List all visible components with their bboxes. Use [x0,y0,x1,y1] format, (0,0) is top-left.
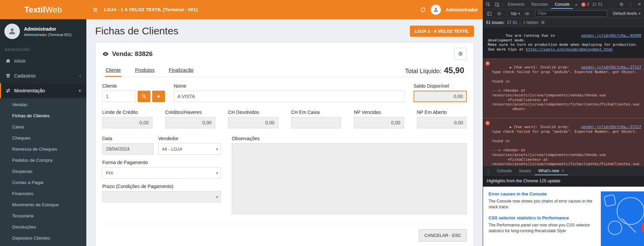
store-button[interactable]: LOJA 1 - A VELOZ TEXTIL [410,26,474,37]
inspect-element-icon[interactable] [484,0,493,9]
home-icon [5,58,11,64]
chevron-down-icon: ▾ [216,147,218,151]
sidebar-subitem-depositos-clientes[interactable]: Depósitos Clientes [0,233,86,244]
expand-triangle-icon[interactable]: ▶ [510,66,511,69]
sidebar-subitem-vendas[interactable]: Vendas [0,99,86,110]
console-toolbar: ⊘ top ▾ Default levels ▾ [483,9,644,18]
sidebar-subitem-fichas-de-clientes[interactable]: Fichas de Clientes [0,110,86,121]
issues-settings-gear-icon[interactable]: ⚙ [541,20,545,25]
ch-em-caixa-input[interactable] [291,117,341,128]
devtools-tab-elements[interactable]: Elements [504,0,528,9]
creditos-haveres-input[interactable] [165,117,216,128]
sidebar-subitem-caixa[interactable]: Caixa [0,121,86,132]
app-logo[interactable]: TextilWeb [0,0,86,19]
more-tabs-icon[interactable]: » [573,2,579,7]
prazo-label: Prazo (Condições de Pagamento) [102,184,221,189]
whats-new-item-title[interactable]: Error causes in the Console [488,191,602,196]
card-settings-gear-icon[interactable]: ⚙ [454,48,467,60]
devtools-kebab-menu-icon[interactable]: ⋮ [626,2,636,7]
console-sidebar-icon[interactable] [485,9,494,18]
data-input[interactable] [102,143,153,155]
devtools-tab-recorder[interactable]: Recorder [528,0,551,9]
issues-count-link[interactable]: 51 [507,20,517,25]
sidebar-item-inicio[interactable]: Início [0,54,86,68]
topbar: ≡ LOJA - 1 A VELOZ TEXTIL [Terminal - 00… [86,0,483,19]
limite-credito-field-group: Limite de Crédito [102,110,152,128]
card-header: Venda: 83826 ⚙ [102,48,467,60]
topbar-username[interactable]: Administrador [446,7,478,12]
device-toolbar-icon[interactable] [493,0,501,9]
drawer-tab-issues[interactable]: Issues [515,166,535,175]
console-source-link[interactable]: vendor.js?id=50cfc0a…:37117 [581,65,641,70]
devtools-tab-console[interactable]: Console [551,0,573,9]
expand-triangle-icon[interactable]: ▶ [510,125,511,129]
sidebar-item-movimentacao[interactable]: Movimentação ▾ [0,83,86,98]
whats-new-panel: Error causes in the Console The Console … [483,187,644,246]
drawer-tab-whats-new[interactable]: What's new × [535,166,568,175]
sidebar-subitem-devolucoes[interactable]: Devoluções [0,221,86,233]
devtools-close-icon[interactable]: × [636,1,643,7]
sidebar-subitem-remessa-de-cheques[interactable]: Remessa de Cheques [0,144,86,155]
topbar-avatar[interactable] [431,5,441,15]
console-inline-link[interactable]: https://vuejs.org/guide/deployment.html [526,47,613,52]
drawer-kebab-menu-icon[interactable]: ⋮ [483,168,493,174]
console-source-link[interactable]: vendor.js?id=50cfc0a…:37117 [581,125,641,129]
sidebar-user-texts: Administrador Administrador (Terminal 00… [24,26,72,37]
venda-title: Venda: 83826 [112,50,152,58]
speech-bubble-icon [592,2,597,7]
saldo-input[interactable] [414,91,467,102]
devtools-settings-gear-icon[interactable]: ⚙ [617,2,626,7]
total-liquido: Total Líquido: 45,90 [405,66,464,75]
person-icon [433,7,439,13]
chevron-down-icon: ▾ [216,195,218,199]
clear-console-icon[interactable]: ⊘ [495,11,504,16]
speech-bubble-icon [507,20,511,25]
sidebar-subitem-cheques[interactable]: Cheques [0,132,86,144]
saldo-label: Saldo Disponível [414,83,467,89]
tab-produtos[interactable]: Produtos [134,64,155,77]
drawer-tab-whats-new-label: What's new [538,168,559,173]
console-filter-input[interactable] [535,10,607,17]
sidebar-subitem-despesas[interactable]: Despesas [0,166,86,177]
page-title: Fichas de Clientes [95,25,178,37]
np-vencidas-input[interactable] [354,117,404,128]
logo-text-light: Web [45,5,62,14]
vendedor-select[interactable]: 44 - LOJA ▾ [158,143,221,155]
add-client-button[interactable]: + [152,91,165,102]
nome-input[interactable] [174,91,405,102]
log-levels-dropdown[interactable]: Default levels ▾ [611,11,642,16]
limite-credito-input[interactable] [102,117,152,128]
drawer-tab-console[interactable]: Console [493,166,515,175]
refresh-icon[interactable] [420,7,426,13]
sidebar-avatar [4,24,20,39]
forma-pagamento-select-value: PIX [106,171,113,176]
sidebar-user-name: Administrador [24,26,72,32]
observacoes-textarea[interactable] [232,143,467,214]
console-message-error: ×vendor.js?id=50cfc0a…:37117▶[Vue warn]:… [483,118,644,166]
prazo-select[interactable]: ▾ [102,191,221,203]
tab-cliente[interactable]: Cliente [105,64,121,77]
sidebar-subitem-tesouraria[interactable]: Tesouraria [0,210,86,221]
sidebar-subitem-pedidos-de-compra[interactable]: Pedidos de Compra [0,155,86,166]
error-count-badge[interactable]: × 2 [581,2,589,7]
live-expression-eye-icon[interactable] [523,9,532,18]
console-source-link[interactable]: vendor.js?id=50cfc0a…:45090 [581,33,641,38]
tab-finalizacao[interactable]: Finalização [168,64,194,77]
ch-devolvidos-input[interactable] [228,117,278,128]
observacoes-label: Observações [232,136,467,141]
context-selector[interactable]: top ▾ [509,11,522,16]
sidebar-item-cadastros[interactable]: Cadastros ‹ [0,68,86,83]
hamburger-icon[interactable]: ≡ [91,5,100,14]
forma-pagamento-select[interactable]: PIX ▾ [102,167,221,179]
sidebar-subitem-movimento-de-estoque[interactable]: Movimento de Estoque [0,199,86,210]
issues-label: 51 Issues: [486,20,505,25]
message-count-badge[interactable]: 51 [592,2,603,7]
sidebar-subitem-contas-a-pagar[interactable]: Contas a Pagar [0,177,86,188]
cancel-button[interactable]: CANCELAR - ESC [419,229,467,242]
whats-new-item-title[interactable]: CSS selector statistics in Performance [488,215,602,220]
cliente-input[interactable] [102,91,136,102]
np-em-aberto-input[interactable] [417,117,467,128]
search-client-button[interactable] [138,91,150,102]
sidebar-subitem-financeiro[interactable]: Financeiro [0,188,86,199]
close-tab-icon[interactable]: × [561,168,564,173]
